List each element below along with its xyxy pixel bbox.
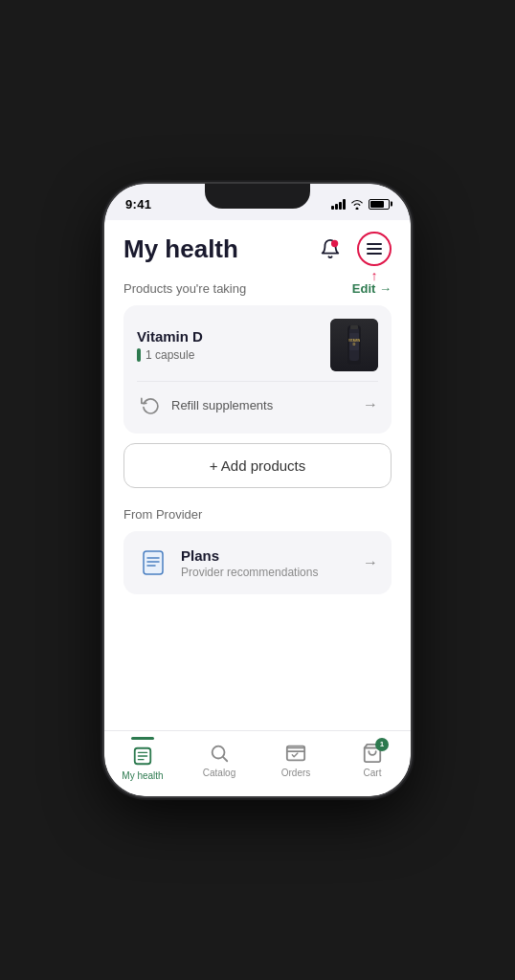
wifi-icon — [350, 199, 364, 210]
signal-icon — [331, 199, 346, 210]
bottom-nav: My health Catalog — [104, 730, 411, 796]
header-icons: ↑ — [315, 232, 392, 266]
nav-active-indicator — [131, 737, 154, 740]
nav-item-my-health[interactable]: My health — [114, 737, 171, 781]
nav-item-cart[interactable]: 1 Cart — [344, 741, 401, 778]
nav-item-catalog[interactable]: Catalog — [190, 741, 248, 778]
my-health-icon — [130, 744, 155, 768]
plans-info: Plans Provider recommendations — [181, 547, 351, 579]
phone-screen: 9:41 — [104, 184, 411, 796]
product-bottle: VITAMIN D — [330, 319, 378, 371]
notch — [205, 184, 310, 209]
notification-bell-button[interactable] — [315, 234, 346, 264]
product-card: Vitamin D 1 capsule VITAMIN — [123, 305, 392, 434]
nav-label-orders: Orders — [281, 768, 311, 778]
product-image: VITAMIN D — [330, 319, 378, 371]
nav-label-catalog: Catalog — [203, 768, 235, 778]
svg-text:D: D — [353, 342, 356, 346]
menu-button-wrapper: ↑ — [357, 232, 392, 266]
from-provider-label: From Provider — [123, 507, 392, 522]
page-header: My health — [123, 220, 392, 281]
refill-text: Refill supplements — [171, 398, 273, 412]
refill-row[interactable]: Refill supplements → — [137, 381, 378, 420]
products-section-label: Products you're taking — [123, 281, 246, 296]
products-section-header: Products you're taking Edit → — [123, 281, 392, 296]
nav-label-cart: Cart — [364, 768, 382, 778]
phone-frame: 9:41 — [104, 184, 411, 796]
cart-icon: 1 — [360, 741, 385, 766]
plans-document-icon — [137, 546, 169, 579]
nav-label-my-health: My health — [122, 770, 163, 781]
refill-arrow-icon: → — [363, 396, 378, 413]
svg-rect-10 — [144, 551, 163, 574]
refill-icon — [137, 391, 164, 418]
provider-card[interactable]: Plans Provider recommendations → — [123, 531, 392, 594]
dose-indicator — [137, 348, 141, 362]
menu-arrow-indicator: ↑ — [371, 268, 378, 283]
menu-button[interactable] — [357, 232, 392, 266]
battery-icon — [369, 199, 390, 210]
refill-left: Refill supplements — [137, 391, 273, 418]
edit-button[interactable]: Edit → — [352, 281, 392, 296]
product-dose: 1 capsule — [137, 348, 330, 362]
svg-rect-9 — [350, 325, 358, 329]
add-products-label: + Add products — [210, 457, 306, 474]
svg-line-19 — [223, 757, 227, 761]
catalog-icon — [207, 741, 232, 766]
orders-icon — [283, 741, 308, 766]
plans-arrow-icon: → — [363, 554, 378, 571]
plans-title: Plans — [181, 547, 351, 564]
dose-text: 1 capsule — [146, 348, 194, 362]
product-name: Vitamin D — [137, 328, 330, 345]
page-title: My health — [123, 234, 238, 264]
status-time: 9:41 — [125, 197, 151, 212]
status-icons — [331, 199, 390, 210]
nav-item-orders[interactable]: Orders — [267, 741, 325, 778]
plans-subtitle: Provider recommendations — [181, 566, 351, 579]
product-row: Vitamin D 1 capsule VITAMIN — [137, 319, 378, 371]
svg-point-0 — [331, 240, 338, 247]
main-content: My health — [104, 220, 411, 730]
cart-badge: 1 — [375, 738, 389, 751]
product-info: Vitamin D 1 capsule — [137, 328, 330, 362]
add-products-button[interactable]: + Add products — [123, 443, 392, 488]
